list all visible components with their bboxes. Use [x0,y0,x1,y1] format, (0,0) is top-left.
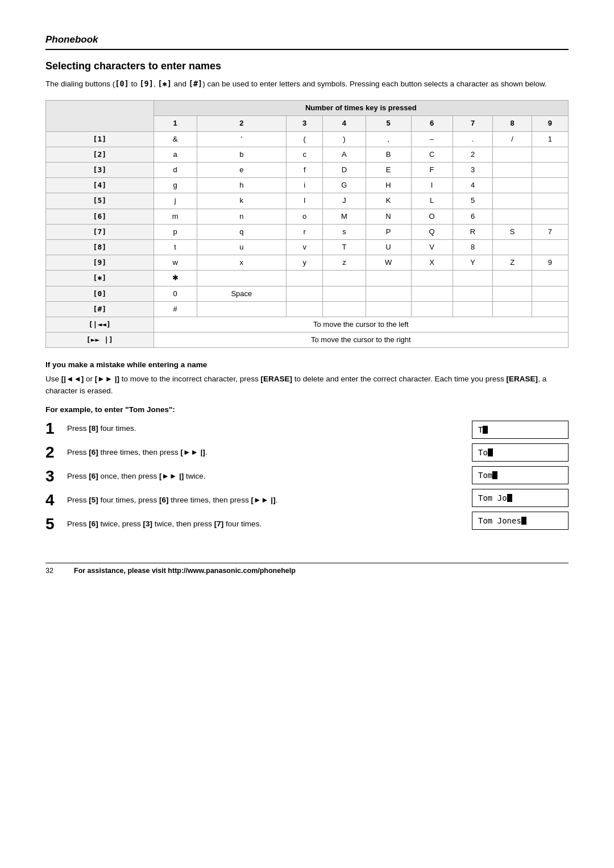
table-char-cell: c [287,147,323,162]
table-char-cell [453,286,493,301]
display-boxes: TToTom Tom JoTom Jones [472,421,569,530]
table-span-cell: To move the cursor to the left [154,317,568,332]
table-row: [5]jklJKL5 [46,193,569,209]
steps-container: 1Press [8] four times.2Press [6] three t… [45,421,569,540]
table-row: [8]tuvTUV8 [46,239,569,255]
key-ref-0: [0] [115,79,128,88]
table-char-cell: U [366,239,411,255]
table-char-cell [493,271,532,286]
table-char-cell: P [366,224,411,239]
cursor-indicator [492,471,497,479]
footer-divider [45,563,569,563]
table-char-cell: C [411,147,453,162]
table-char-cell [323,301,366,317]
col-header-6: 6 [411,116,453,131]
table-char-cell: W [366,255,411,271]
table-char-cell: T [323,239,366,255]
table-key-cell: [6] [46,209,154,224]
col-header-3: 3 [287,116,323,131]
table-row: [9]wxyzWXYZ9 [46,255,569,271]
table-char-cell [323,271,366,286]
key-ref-9: [9] [139,79,153,88]
table-char-cell: B [366,147,411,162]
table-char-cell: x [197,255,287,271]
display-box: Tom Jo [472,489,569,507]
table-char-cell: Z [493,255,532,271]
table-char-cell [532,163,568,178]
table-char-cell: l [287,193,323,209]
table-key-cell: [✱] [46,271,154,286]
table-char-cell [493,178,532,193]
table-char-cell: s [323,224,366,239]
step-text: Press [8] four times. [67,421,136,435]
table-char-cell: n [197,209,287,224]
table-char-cell: z [323,255,366,271]
table-char-cell: w [154,255,197,271]
example-heading: For example, to enter "Tom Jones": [45,405,569,414]
table-char-cell: p [154,224,197,239]
section-heading: Selecting characters to enter names [45,60,569,72]
mistake-text: Use [|◄◄] or [►► |] to move to the incor… [45,373,569,397]
step-text: Press [5] four times, press [6] three ti… [67,492,277,506]
table-char-cell [493,301,532,317]
table-char-cell: H [366,178,411,193]
table-key-cell: [#] [46,301,154,317]
table-char-cell [532,209,568,224]
step-text: Press [6] twice, press [3] twice, then p… [67,516,262,530]
table-char-cell [366,286,411,301]
table-char-cell: 2 [453,147,493,162]
table-char-cell: K [366,193,411,209]
table-char-cell: O [411,209,453,224]
table-key-cell: [►► |] [46,333,154,348]
table-header-span: Number of times key is pressed [154,101,568,116]
table-char-cell: m [154,209,197,224]
table-char-cell [532,271,568,286]
col-header-9: 9 [532,116,568,131]
mistake-heading: If you make a mistake while entering a n… [45,360,569,369]
table-row: [7]pqrsPQRS7 [46,224,569,239]
table-key-cell: [8] [46,239,154,255]
table-char-cell [493,209,532,224]
table-char-cell [197,301,287,317]
table-char-cell: D [323,163,366,178]
col-header-5: 5 [366,116,411,131]
table-row: [0]0Space [46,286,569,301]
table-row: [2]abcABC2 [46,147,569,162]
table-char-cell [366,271,411,286]
table-char-cell [493,239,532,255]
table-char-cell [493,147,532,162]
step-row: 4Press [5] four times, press [6] three t… [45,492,455,508]
table-char-cell [411,301,453,317]
table-key-cell: [7] [46,224,154,239]
table-char-cell: g [154,178,197,193]
step-number: 5 [45,516,61,532]
display-box: Tom [472,466,569,484]
key-ref-hash: [#] [189,79,202,88]
table-char-cell: # [154,301,197,317]
table-char-cell: v [287,239,323,255]
step-text: Press [6] once, then press [►► |] twice. [67,468,206,483]
step-row: 1Press [8] four times. [45,421,455,437]
table-char-cell: Q [411,224,453,239]
table-char-cell [453,271,493,286]
table-char-cell [532,286,568,301]
table-char-cell: d [154,163,197,178]
table-char-cell [532,301,568,317]
step-row: 3Press [6] once, then press [►► |] twice… [45,468,455,484]
character-table: Number of times key is pressed 1 2 3 4 5… [45,100,569,348]
table-row: [#]# [46,301,569,317]
table-char-cell [366,301,411,317]
table-char-cell: f [287,163,323,178]
table-char-cell [493,193,532,209]
table-char-cell: 3 [453,163,493,178]
table-char-cell: h [197,178,287,193]
table-key-cell: [0] [46,286,154,301]
cursor-indicator [521,517,526,525]
table-char-cell: ' [197,131,287,147]
table-char-cell: E [366,163,411,178]
table-char-cell: G [323,178,366,193]
table-char-cell: e [197,163,287,178]
table-char-cell: Space [197,286,287,301]
table-span-cell: To move the cursor to the right [154,333,568,348]
table-key-cell: [5] [46,193,154,209]
